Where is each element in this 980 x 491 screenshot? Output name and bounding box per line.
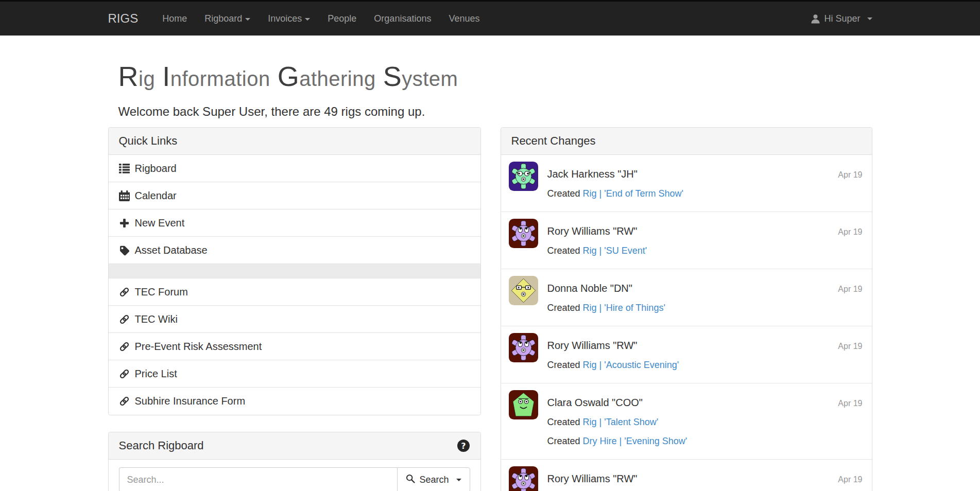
action-prefix: Created [547, 436, 583, 446]
user-name: Donna Noble "DN" [547, 283, 838, 294]
link-icon [119, 314, 130, 325]
nav-item-people[interactable]: People [319, 2, 365, 36]
search-rigboard-title: Search Rigboard [119, 439, 204, 452]
user-avatar [509, 390, 538, 419]
quick-link-label: New Event [135, 217, 185, 229]
user-avatar [509, 333, 538, 362]
brand-link[interactable]: RIGS [108, 11, 139, 26]
nav-item-home[interactable]: Home [153, 2, 196, 36]
recent-change-item: Rory Williams "RW"Apr 19Created Rig | 'S… [501, 212, 872, 269]
quick-links-panel: Quick Links RigboardCalendarNew EventAss… [108, 127, 481, 415]
nav-item-label: Venues [449, 13, 479, 24]
nav-item-label: Organisations [374, 13, 431, 24]
search-rigboard-header: Search Rigboard ? [109, 432, 480, 460]
nav-item-label: Home [162, 13, 187, 24]
quick-link-price-list[interactable]: Price List [109, 360, 480, 388]
recent-change-item: Jack Harkness "JH"Apr 19Created Rig | 'E… [501, 155, 872, 212]
recent-change-item: Rory Williams "RW"Apr 19 [501, 460, 872, 491]
action-prefix: Created [547, 188, 583, 199]
quick-link-tec-forum[interactable]: TEC Forum [109, 278, 480, 306]
change-date: Apr 19 [838, 285, 862, 294]
user-name: Rory Williams "RW" [547, 340, 838, 352]
user-avatar [509, 162, 538, 191]
link-icon [119, 396, 130, 407]
nav-item-organisations[interactable]: Organisations [365, 2, 440, 36]
recent-change-item: Clara Oswald "COO"Apr 19Created Rig | 'T… [501, 383, 872, 460]
page-title-word: Gathering [278, 71, 376, 90]
user-label: Hi Super [824, 13, 860, 24]
change-link[interactable]: Rig | 'Hire of Things' [583, 303, 665, 313]
navbar: RIGS HomeRigboardInvoicesPeopleOrganisat… [0, 0, 980, 36]
link-icon [119, 287, 130, 297]
user-name: Rory Williams "RW" [547, 225, 838, 237]
change-link[interactable]: Dry Hire | 'Evening Show' [583, 436, 687, 446]
recent-change-item: Donna Noble "DN"Apr 19Created Rig | 'Hir… [501, 269, 872, 326]
search-button[interactable]: Search [397, 467, 470, 491]
quick-link-pre-event-risk-assessment[interactable]: Pre-Event Risk Assessment [109, 333, 480, 360]
action-prefix: Created [547, 360, 583, 370]
quick-link-subhire-insurance-form[interactable]: Subhire Insurance Form [109, 388, 480, 415]
search-input[interactable] [119, 467, 398, 491]
nav-item-label: Rigboard [204, 13, 242, 24]
change-date: Apr 19 [838, 399, 862, 408]
change-link[interactable]: Rig | 'SU Event' [583, 246, 647, 256]
change-link[interactable]: Rig | 'End of Term Show' [583, 188, 683, 199]
action-prefix: Created [547, 246, 583, 256]
quick-link-label: Calendar [135, 190, 177, 202]
user-avatar [509, 276, 538, 305]
nav-item-label: Invoices [268, 13, 302, 24]
nav-item-rigboard[interactable]: Rigboard [196, 2, 259, 36]
change-date: Apr 19 [838, 342, 862, 351]
nav-item-label: People [328, 13, 356, 24]
change-link[interactable]: Rig | 'Talent Show' [583, 417, 659, 427]
nav-item-venues[interactable]: Venues [440, 2, 488, 36]
user-avatar [509, 219, 538, 248]
user-name: Jack Harkness "JH" [547, 168, 838, 180]
user-menu[interactable]: Hi Super [811, 13, 872, 24]
change-action: Created Dry Hire | 'Evening Show' [547, 436, 863, 447]
change-link[interactable]: Rig | 'Acoustic Evening' [583, 360, 679, 370]
nav-item-invoices[interactable]: Invoices [259, 2, 319, 36]
search-icon [406, 474, 415, 486]
quick-link-asset-database[interactable]: Asset Database [109, 237, 480, 264]
caret-down-icon [245, 18, 250, 21]
quick-link-label: Price List [135, 368, 177, 380]
quick-link-new-event[interactable]: New Event [109, 209, 480, 237]
help-icon[interactable]: ? [457, 439, 470, 452]
user-name: Rory Williams "RW" [547, 473, 838, 485]
recent-change-item: Rory Williams "RW"Apr 19Created Rig | 'A… [501, 326, 872, 383]
caret-down-icon [305, 18, 310, 21]
quick-link-calendar[interactable]: Calendar [109, 182, 480, 209]
quick-link-label: Subhire Insurance Form [135, 395, 246, 407]
page-title-word: System [383, 71, 458, 90]
tag-icon [119, 245, 130, 256]
change-action: Created Rig | 'Talent Show' [547, 417, 863, 428]
search-button-label: Search [419, 475, 449, 485]
quick-link-label: Rigboard [135, 163, 177, 174]
quick-link-label: TEC Forum [135, 286, 188, 298]
quick-links-title: Quick Links [119, 134, 178, 148]
quick-links-separator [109, 264, 480, 278]
change-action: Created Rig | 'Hire of Things' [547, 303, 863, 313]
change-date: Apr 19 [838, 170, 862, 180]
link-icon [119, 369, 130, 379]
search-rigboard-panel: Search Rigboard ? Search [108, 432, 481, 491]
link-icon [119, 341, 130, 352]
quick-link-label: TEC Wiki [135, 313, 178, 325]
welcome-text: Welcome back Super User, there are 49 ri… [118, 104, 872, 119]
page-title-word: Rig [118, 71, 156, 90]
search-input-group: Search [119, 467, 470, 491]
change-date: Apr 19 [838, 475, 862, 484]
quick-link-label: Pre-Event Risk Assessment [135, 341, 262, 353]
caret-down-icon [867, 17, 872, 20]
svg-text:?: ? [461, 441, 466, 451]
page-title-word: Information [162, 71, 270, 90]
recent-changes-title: Recent Changes [511, 134, 596, 148]
quick-link-rigboard[interactable]: Rigboard [109, 155, 480, 182]
user-name: Clara Oswald "COO" [547, 397, 838, 409]
change-action: Created Rig | 'End of Term Show' [547, 188, 863, 199]
recent-changes-list: Jack Harkness "JH"Apr 19Created Rig | 'E… [501, 155, 872, 491]
change-action: Created Rig | 'SU Event' [547, 246, 863, 256]
quick-links-header: Quick Links [109, 128, 480, 155]
quick-link-tec-wiki[interactable]: TEC Wiki [109, 306, 480, 333]
